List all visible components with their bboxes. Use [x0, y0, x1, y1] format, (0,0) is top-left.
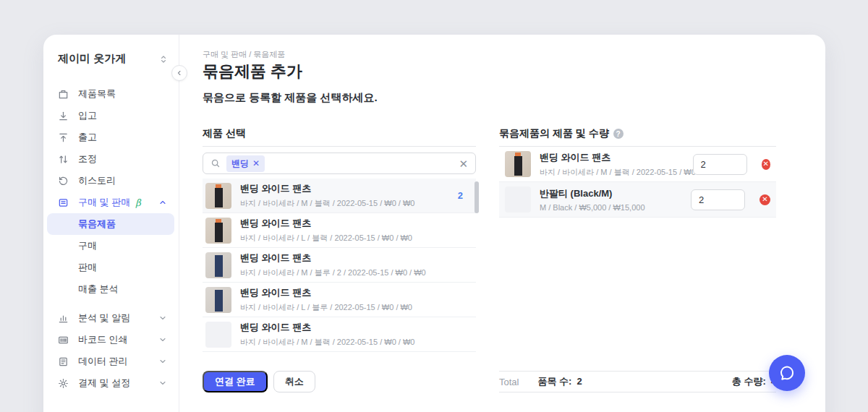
bundle-panel-title: 묶음제품의 제품 및 수량 [499, 127, 609, 140]
product-thumbnail [205, 252, 231, 278]
product-name: 밴딩 와이드 팬츠 [540, 151, 684, 164]
product-attributes: 바지 / 바이세라 / M / 블랙 / 2022-05-15 / ₩0 / ₩… [240, 337, 414, 348]
purchase-sales-icon [58, 197, 69, 208]
stock-out-icon [58, 132, 69, 143]
product-name: 반팔티 (Black/M) [540, 187, 645, 200]
sidebar-item-barcode-print[interactable]: 바코드 인쇄 [43, 329, 179, 351]
connect-complete-button[interactable]: 연결 완료 [203, 371, 268, 392]
product-name: 밴딩 와이드 팬츠 [240, 252, 426, 265]
store-name: 제이미 옷가게 [58, 52, 158, 66]
sidebar-item-bundle-products[interactable]: 묶음제품 [47, 213, 174, 235]
sidebar-item-analytics-alerts[interactable]: 분석 및 알림 [43, 307, 179, 329]
store-switch-icon [158, 54, 169, 64]
beta-badge: β [135, 197, 141, 208]
product-select-panel: 제품 선택 밴딩 ✕ ✕ 밴딩 와이드 팬츠 바지 / 바이세라 / M / 블 [203, 127, 476, 392]
product-list-item[interactable]: 밴딩 와이드 팬츠 바지 / 바이세라 / L / 블루 / 2022-05-1… [203, 283, 476, 317]
sidebar-item-stock-out[interactable]: 출고 [43, 126, 179, 148]
sidebar-item-adjust[interactable]: 조정 [43, 148, 179, 170]
product-list-item[interactable]: 밴딩 와이드 팬츠 바지 / 바이세라 / M / 블랙 / 2022-05-1… [203, 179, 476, 213]
sidebar-item-label: 출고 [78, 131, 97, 144]
sidebar-item-history[interactable]: 히스토리 [43, 170, 179, 192]
sidebar-nav: 제품목록 입고 출고 조정 히스토리 구매 및 판매 β [43, 83, 179, 394]
product-thumbnail-placeholder [505, 186, 531, 213]
adjust-icon [58, 153, 69, 165]
remove-item-button[interactable]: ✕ [762, 159, 770, 170]
sidebar-item-label: 판매 [78, 261, 97, 274]
sidebar-item-data-management[interactable]: 데이터 관리 [43, 351, 179, 372]
app-window: 제이미 옷가게 제품목록 입고 출고 조정 [43, 35, 825, 412]
sidebar-item-label: 결제 및 설정 [78, 377, 130, 390]
sidebar-item-label: 조정 [78, 153, 97, 166]
total-items: 품목 수:2 [537, 375, 582, 388]
settings-icon [58, 377, 69, 389]
sidebar-item-label: 히스토리 [78, 174, 116, 187]
product-attributes: M / Black / ₩5,000 / ₩15,000 [540, 203, 645, 212]
product-attributes: 바지 / 바이세라 / M / 블랙 / 2022-05-15 / ₩0 / ₩… [540, 167, 684, 178]
sidebar-item-label: 데이터 관리 [78, 355, 128, 368]
breadcrumb: 구매 및 판매 / 묶음제품 [203, 49, 285, 60]
product-thumbnail [205, 218, 231, 244]
search-clear-icon[interactable]: ✕ [459, 158, 468, 169]
chevron-down-icon [158, 357, 167, 366]
history-icon [58, 175, 69, 186]
product-thumbnail [505, 151, 531, 177]
sidebar-item-label: 구매 및 판매 [78, 196, 130, 209]
sidebar-item-purchase[interactable]: 구매 [43, 235, 179, 257]
quantity-input[interactable] [693, 154, 747, 175]
sidebar: 제이미 옷가게 제품목록 입고 출고 조정 [43, 35, 179, 412]
sidebar-item-label: 분석 및 알림 [78, 312, 130, 325]
sidebar-item-sales[interactable]: 판매 [43, 257, 179, 278]
search-icon [210, 158, 221, 168]
main-content: 구매 및 판매 / 묶음제품 묶음제품 추가 묶음으로 등록할 제품을 선택하세… [180, 35, 825, 412]
list-scrollbar[interactable] [475, 181, 479, 213]
stock-in-icon [58, 110, 69, 121]
page-subtitle: 묶음으로 등록할 제품을 선택하세요. [203, 91, 378, 105]
product-list-item[interactable]: 밴딩 와이드 팬츠 바지 / 바이세라 / M / 블루 / 2 / 2022-… [203, 248, 476, 283]
product-name: 밴딩 와이드 팬츠 [240, 217, 412, 230]
chip-remove-icon[interactable]: ✕ [252, 158, 260, 168]
product-attributes: 바지 / 바이세라 / M / 블랙 / 2022-05-15 / ₩0 / ₩… [240, 198, 414, 209]
product-select-title: 제품 선택 [203, 127, 476, 147]
sidebar-item-stock-in[interactable]: 입고 [43, 105, 179, 126]
product-search-input[interactable]: 밴딩 ✕ ✕ [203, 153, 476, 174]
chip-label: 밴딩 [231, 158, 249, 170]
help-icon[interactable]: ? [613, 129, 624, 139]
barcode-icon [58, 334, 69, 346]
chevron-down-icon [158, 335, 167, 344]
product-list: 밴딩 와이드 팬츠 바지 / 바이세라 / M / 블랙 / 2022-05-1… [203, 179, 476, 352]
sidebar-item-label: 제품목록 [78, 87, 116, 100]
sidebar-item-billing-settings[interactable]: 결제 및 설정 [43, 372, 179, 394]
bundle-row: 반팔티 (Black/M) M / Black / ₩5,000 / ₩15,0… [499, 182, 776, 218]
sidebar-item-label: 입고 [78, 109, 97, 122]
product-list-item[interactable]: 밴딩 와이드 팬츠 바지 / 바이세라 / M / 블랙 / 2022-05-1… [203, 317, 476, 352]
page-title: 묶음제품 추가 [203, 61, 302, 82]
cancel-button[interactable]: 취소 [273, 371, 315, 392]
sidebar-item-label: 구매 [78, 239, 97, 252]
sidebar-item-sales-analysis[interactable]: 매출 분석 [43, 278, 179, 300]
product-name: 밴딩 와이드 팬츠 [240, 321, 414, 334]
quantity-input[interactable] [691, 189, 745, 210]
product-attributes: 바지 / 바이세라 / M / 블루 / 2 / 2022-05-15 / ₩0… [240, 267, 426, 278]
store-switcher[interactable]: 제이미 옷가게 [43, 35, 179, 66]
chat-support-button[interactable] [769, 355, 805, 391]
product-attributes: 바지 / 바이세라 / L / 블랙 / 2022-05-15 / ₩0 / ₩… [240, 233, 412, 244]
chevron-left-icon [176, 69, 183, 77]
chat-bubble-icon [778, 364, 796, 382]
bundle-panel: 묶음제품의 제품 및 수량 ? 밴딩 와이드 팬츠 바지 / 바이세라 / M … [499, 127, 776, 392]
sidebar-collapse-button[interactable] [171, 65, 187, 81]
bundle-row: 밴딩 와이드 팬츠 바지 / 바이세라 / M / 블랙 / 2022-05-1… [499, 147, 776, 182]
sidebar-item-products[interactable]: 제품목록 [43, 83, 179, 105]
product-attributes: 바지 / 바이세라 / L / 블루 / 2022-05-15 / ₩0 / ₩… [240, 302, 412, 313]
sidebar-item-label: 매출 분석 [78, 283, 119, 296]
remove-item-button[interactable]: ✕ [760, 194, 770, 205]
product-thumbnail [205, 287, 231, 313]
sidebar-item-label: 바코드 인쇄 [78, 333, 128, 346]
selected-count-badge: 2 [458, 190, 469, 201]
sidebar-item-purchase-sales[interactable]: 구매 및 판매 β [43, 192, 179, 213]
total-row: Total 품목 수:2 총 수량:4 [499, 371, 776, 392]
product-thumbnail [205, 183, 231, 209]
search-filter-chip[interactable]: 밴딩 ✕ [226, 155, 265, 172]
package-icon [58, 88, 69, 100]
chevron-down-icon [158, 314, 167, 322]
product-list-item[interactable]: 밴딩 와이드 팬츠 바지 / 바이세라 / L / 블랙 / 2022-05-1… [203, 213, 476, 248]
